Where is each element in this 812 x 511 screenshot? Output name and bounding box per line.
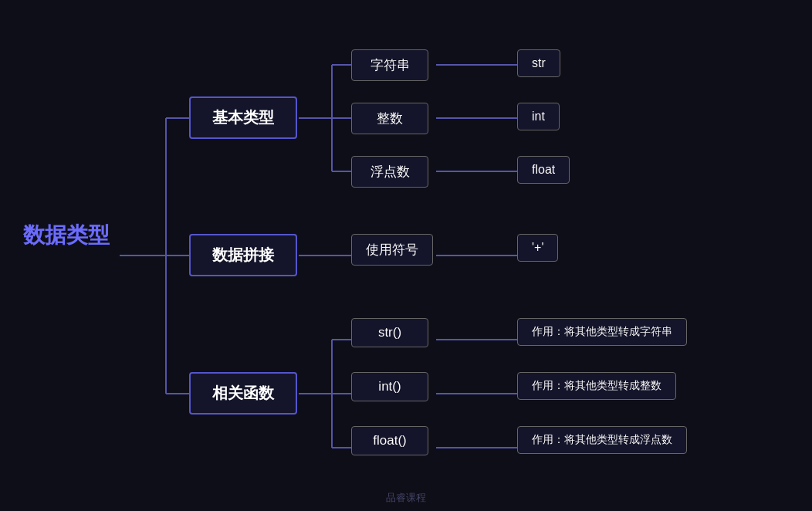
l2-int-type: 整数 (351, 103, 428, 134)
l3-int-val: int (517, 103, 560, 130)
l3-float-val: float (517, 156, 570, 184)
l2-int-fn: int() (351, 372, 428, 401)
l2-sign: 使用符号 (351, 234, 433, 266)
l2-str-fn: str() (351, 318, 428, 347)
l2-str-type: 字符串 (351, 49, 428, 81)
l2-float-fn: float() (351, 426, 428, 455)
l1-basic: 基本类型 (189, 96, 297, 139)
mind-map: 数据类型 基本类型 数据拼接 相关函数 字符串 整数 浮点数 使用符号 str(… (0, 0, 812, 511)
l3-plus-val: '+' (517, 234, 558, 262)
l3-str-val: str (517, 49, 560, 77)
l3-float-fn-desc: 作用：将其他类型转成浮点数 (517, 426, 687, 454)
l1-funcs: 相关函数 (189, 372, 297, 415)
l2-float-type: 浮点数 (351, 156, 428, 188)
watermark: 品睿课程 (386, 491, 426, 505)
l3-int-fn-desc: 作用：将其他类型转成整数 (517, 372, 676, 400)
l1-concat: 数据拼接 (189, 234, 297, 276)
l3-str-fn-desc: 作用：将其他类型转成字符串 (517, 318, 687, 346)
root-node: 数据类型 (23, 221, 110, 250)
